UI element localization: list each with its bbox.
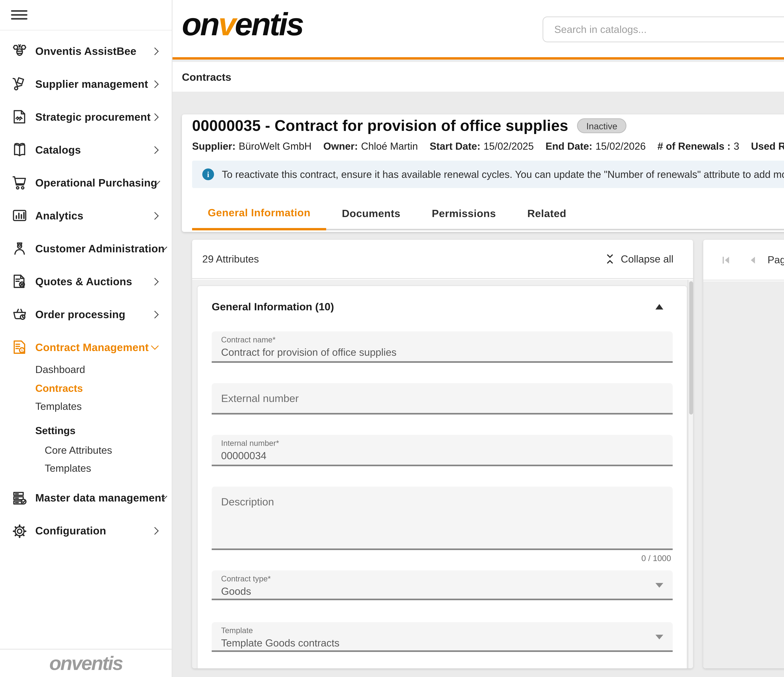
field-template[interactable]: Template Template Goods contracts (212, 622, 673, 652)
field-label: Internal number* (212, 435, 673, 447)
field-value: Goods (212, 583, 673, 597)
basket-clock-icon (11, 306, 28, 323)
cart-icon (11, 174, 28, 191)
meta-renewals: # of Renewals :3 (658, 140, 739, 152)
handshake-document-icon (11, 108, 28, 125)
dropdown-caret-icon (655, 583, 663, 588)
attributes-count: 29 Attributes (202, 253, 259, 265)
contract-management-submenu: Dashboard Contracts Templates Settings C… (0, 360, 172, 481)
section-title: General Information (10) (212, 301, 334, 312)
field-contract-name[interactable]: Contract name* Contract for provision of… (212, 331, 673, 363)
dropdown-caret-icon (655, 635, 663, 640)
info-banner-text: To reactivate this contract, ensure it h… (222, 168, 784, 180)
sidebar-item-contract-management[interactable]: § Contract Management (0, 331, 172, 363)
pdf-canvas-area[interactable]: Standard Agreement - Goods This Agreemen… (703, 281, 784, 668)
meta-owner: Owner:Chloé Martin (323, 140, 418, 152)
previous-page-icon[interactable] (747, 254, 756, 265)
sidebar-subitem-core-attributes[interactable]: Core Attributes (0, 441, 172, 459)
catalog-search-input[interactable]: Search in catalogs... (543, 17, 784, 42)
general-information-section: General Information (10) Contract name* … (198, 286, 687, 668)
bee-icon (11, 42, 28, 59)
server-check-icon (11, 489, 28, 507)
chevron-down-icon (151, 342, 159, 349)
section-header: General Information (10) (212, 298, 673, 314)
field-label: Description (212, 487, 673, 508)
field-contract-type[interactable]: Contract type* Goods (212, 570, 673, 600)
collapse-icon (605, 253, 614, 265)
sidebar-item-operational-purchasing[interactable]: Operational Purchasing (0, 166, 172, 199)
sidebar-item-customer-administration[interactable]: Customer Administration (0, 232, 172, 265)
tab-general-information[interactable]: General Information (192, 197, 326, 230)
contract-meta: Supplier:BüroWelt GmbH Owner:Chloé Marti… (192, 140, 784, 152)
sidebar-item-quotes-auctions[interactable]: Quotes & Auctions (0, 265, 172, 298)
sidebar-item-label: Analytics (35, 210, 83, 221)
field-value: Template Goods contracts (212, 635, 673, 649)
sidebar-item-master-data-management[interactable]: Master data management (0, 481, 172, 514)
field-label: Contract name* (212, 331, 673, 344)
sidebar-item-configuration[interactable]: Configuration (0, 514, 172, 547)
pdf-toolbar: Page 1 of 1 Automatic ... (703, 240, 784, 281)
sidebar-item-strategic-procurement[interactable]: Strategic procurement (0, 100, 172, 133)
field-external-number[interactable]: External number (212, 383, 673, 415)
onventis-footer-logo: onventis (49, 652, 122, 675)
hamburger-menu-icon[interactable] (11, 8, 28, 22)
screen: Onventis AssistBee Supplier management S… (0, 0, 784, 677)
sidebar-item-analytics[interactable]: Analytics (0, 199, 172, 232)
chevron-right-icon (151, 47, 159, 55)
attributes-scroll-area: General Information (10) Contract name* … (192, 280, 693, 668)
sidebar-item-label: Quotes & Auctions (35, 275, 132, 287)
sidebar-item-label: Catalogs (35, 144, 81, 155)
field-label: External number (212, 383, 673, 415)
sidebar-item-label: Order processing (35, 308, 126, 320)
sidebar-item-catalogs[interactable]: Catalogs (0, 133, 172, 166)
collapse-section-icon[interactable] (655, 304, 663, 309)
tab-related[interactable]: Related (512, 197, 582, 229)
sidebar-subitem-settings[interactable]: Settings (0, 420, 172, 441)
open-book-icon (11, 141, 28, 158)
tab-documents[interactable]: Documents (326, 197, 416, 229)
collapse-all-button[interactable]: Collapse all (605, 253, 674, 265)
page-title: 00000035 - Contract for provision of off… (192, 117, 568, 135)
field-internal-number[interactable]: Internal number* 00000034 (212, 435, 673, 466)
sidebar-item-label: Supplier management (35, 78, 148, 90)
status-badge: Inactive (577, 118, 627, 133)
title-row: 00000035 - Contract for provision of off… (192, 117, 627, 135)
info-banner: i To reactivate this contract, ensure it… (192, 161, 784, 188)
sidebar-top (0, 0, 172, 31)
sidebar-subitem-contracts[interactable]: Contracts (0, 379, 172, 398)
sidebar-item-label: Configuration (35, 525, 106, 537)
pdf-viewer-panel: Page 1 of 1 Automatic ... (703, 240, 784, 668)
sidebar-subitem-settings-templates[interactable]: Templates (0, 459, 172, 478)
meta-end-date: End Date:15/02/2026 (546, 140, 646, 152)
chevron-right-icon (151, 310, 159, 318)
tab-permissions[interactable]: Permissions (416, 197, 512, 229)
first-page-icon[interactable] (720, 254, 731, 265)
chevron-right-icon (151, 527, 159, 535)
sidebar-subitem-dashboard[interactable]: Dashboard (0, 360, 172, 379)
person-icon (11, 240, 28, 257)
app-window: Onventis AssistBee Supplier management S… (0, 0, 784, 677)
chevron-right-icon (151, 146, 159, 154)
bar-chart-icon (11, 207, 28, 224)
search-placeholder: Search in catalogs... (554, 23, 784, 35)
sidebar-item-assistbee[interactable]: Onventis AssistBee (0, 34, 172, 67)
sidebar-item-label: Operational Purchasing (35, 177, 157, 188)
breadcrumb[interactable]: Contracts (182, 71, 231, 83)
sidebar-item-supplier-management[interactable]: Supplier management (0, 67, 172, 100)
sidebar: Onventis AssistBee Supplier management S… (0, 0, 173, 677)
attributes-panel: 29 Attributes Collapse all General Infor… (192, 240, 693, 668)
contract-paragraph-icon: § (11, 338, 28, 356)
tab-bar: General Information Documents Permission… (192, 197, 784, 230)
sidebar-subitem-templates[interactable]: Templates (0, 397, 172, 416)
attributes-scrollbar[interactable] (688, 280, 693, 668)
sidebar-item-label: Master data management (35, 492, 165, 504)
chevron-right-icon (151, 211, 159, 219)
sidebar-item-label: Onventis AssistBee (35, 45, 137, 57)
top-header: onventis Search in catalogs... ? CM (173, 0, 784, 59)
field-description[interactable]: Description (212, 487, 673, 550)
info-icon: i (202, 168, 214, 180)
meta-used-renewals: Used Renewals:0 (751, 140, 784, 152)
document-percent-icon (11, 273, 28, 290)
sidebar-item-order-processing[interactable]: Order processing (0, 298, 172, 331)
chevron-right-icon (151, 277, 159, 285)
